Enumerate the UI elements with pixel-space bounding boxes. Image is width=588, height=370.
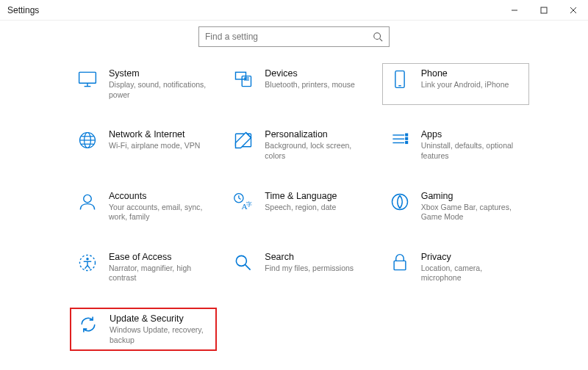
tile-desc: Speech, region, date	[265, 203, 337, 213]
svg-rect-6	[79, 72, 96, 83]
tile-accounts[interactable]: Accounts Your accounts, email, sync, wor…	[70, 186, 217, 228]
tile-title: Time & Language	[265, 191, 337, 201]
svg-rect-27	[406, 142, 408, 144]
devices-icon	[232, 68, 254, 90]
maximize-button[interactable]	[529, 0, 559, 20]
tile-ease-of-access[interactable]: Ease of Access Narrator, magnifier, high…	[70, 247, 217, 289]
window-title: Settings	[7, 5, 39, 15]
search-tile-icon	[232, 252, 254, 274]
tile-desc: Windows Update, recovery, backup	[110, 325, 209, 345]
settings-grid: System Display, sound, notifications, po…	[0, 56, 588, 351]
tile-desc: Location, camera, microphone	[421, 264, 523, 283]
tile-desc: Link your Android, iPhone	[421, 80, 509, 90]
tile-search[interactable]: Search Find my files, permissions	[226, 247, 373, 289]
svg-point-4	[374, 33, 381, 40]
apps-icon	[389, 129, 411, 151]
svg-line-39	[85, 265, 88, 268]
tile-desc: Your accounts, email, sync, work, family	[109, 203, 210, 222]
tile-title: Search	[265, 252, 354, 262]
svg-line-5	[380, 39, 383, 42]
minimize-icon	[511, 7, 518, 14]
tile-desc: Background, lock screen, colors	[265, 141, 366, 161]
tile-update-security[interactable]: Update & Security Windows Update, recove…	[70, 308, 217, 351]
svg-rect-43	[394, 261, 406, 269]
phone-icon	[389, 68, 411, 90]
update-security-icon	[77, 313, 99, 335]
svg-rect-1	[541, 7, 547, 13]
tile-title: Ease of Access	[109, 252, 210, 262]
search-input[interactable]	[205, 32, 373, 42]
network-icon	[76, 129, 98, 151]
tile-network[interactable]: Network & Internet Wi-Fi, airplane mode,…	[70, 124, 217, 166]
tile-title: Apps	[421, 129, 523, 139]
tile-title: Accounts	[109, 191, 210, 201]
close-icon	[570, 7, 577, 14]
tile-desc: Xbox Game Bar, captures, Game Mode	[421, 203, 523, 222]
privacy-icon	[389, 252, 411, 274]
tile-personalization[interactable]: Personalization Background, lock screen,…	[226, 124, 373, 166]
personalization-icon	[232, 129, 254, 151]
close-button[interactable]	[559, 0, 588, 20]
svg-line-40	[87, 265, 90, 268]
svg-rect-26	[406, 138, 408, 140]
tile-title: Update & Security	[110, 313, 209, 324]
window-controls	[500, 0, 588, 20]
time-language-icon: A 字	[232, 191, 254, 213]
tile-title: Personalization	[265, 129, 366, 139]
gaming-icon	[389, 191, 411, 213]
tile-privacy[interactable]: Privacy Location, camera, microphone	[382, 247, 529, 289]
tile-desc: Uninstall, defaults, optional features	[421, 141, 523, 161]
search-box[interactable]	[198, 26, 390, 47]
tile-desc: Display, sound, notifications, power	[109, 80, 210, 100]
tile-time-language[interactable]: A 字 Time & Language Speech, region, date	[226, 186, 373, 228]
tile-title: Gaming	[421, 191, 523, 201]
tile-desc: Narrator, magnifier, high contrast	[109, 264, 210, 283]
tile-title: Devices	[265, 68, 355, 79]
tile-phone[interactable]: Phone Link your Android, iPhone	[382, 63, 529, 105]
system-icon	[76, 68, 98, 90]
search-icon	[373, 32, 383, 42]
svg-point-34	[392, 194, 407, 209]
tile-gaming[interactable]: Gaming Xbox Game Bar, captures, Game Mod…	[382, 186, 529, 228]
tile-title: Network & Internet	[109, 129, 200, 139]
svg-rect-13	[395, 71, 404, 88]
svg-rect-25	[406, 134, 408, 137]
accounts-icon	[76, 191, 98, 213]
ease-of-access-icon	[76, 252, 98, 274]
svg-point-28	[84, 195, 92, 203]
tile-title: Privacy	[421, 252, 523, 262]
search-area	[0, 21, 588, 56]
svg-point-36	[86, 258, 89, 261]
tile-title: Phone	[421, 68, 509, 79]
tile-apps[interactable]: Apps Uninstall, defaults, optional featu…	[382, 124, 529, 166]
svg-point-41	[237, 255, 247, 266]
tile-title: System	[109, 68, 210, 79]
tile-system[interactable]: System Display, sound, notifications, po…	[70, 63, 217, 105]
tile-desc: Find my files, permissions	[265, 264, 354, 274]
svg-line-31	[239, 197, 241, 199]
titlebar: Settings	[0, 0, 588, 21]
svg-line-42	[245, 264, 251, 269]
minimize-button[interactable]	[500, 0, 529, 20]
maximize-icon	[540, 7, 548, 14]
svg-text:字: 字	[247, 201, 253, 208]
tile-desc: Bluetooth, printers, mouse	[265, 80, 355, 90]
tile-devices[interactable]: Devices Bluetooth, printers, mouse	[226, 63, 373, 105]
tile-desc: Wi-Fi, airplane mode, VPN	[109, 141, 200, 151]
